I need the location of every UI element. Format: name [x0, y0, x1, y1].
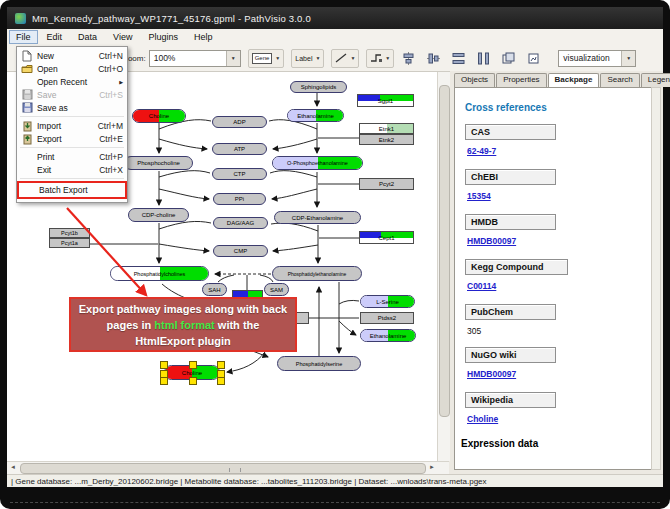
file-menu-item-open[interactable]: OpenCtrl+O — [17, 62, 127, 75]
file-menu-item-exit[interactable]: ExitCtrl+X — [17, 163, 127, 176]
node-choline-top[interactable]: Choline — [132, 109, 186, 123]
node-sphingolipids[interactable]: Sphingolipids — [290, 81, 347, 93]
node-pcyt1b[interactable]: Pcyt1b — [49, 228, 90, 238]
selection-handle[interactable] — [160, 377, 168, 385]
node-dag-aag[interactable]: DAG/AAG — [213, 217, 268, 229]
node-pcyt1a[interactable]: Pcyt1a — [49, 238, 90, 248]
app-icon — [15, 13, 26, 24]
xref-link[interactable]: 62-49-7 — [467, 146, 496, 156]
node-etnk2[interactable]: Etnk2 — [359, 134, 414, 145]
line-tool-button[interactable]: ▼ — [331, 49, 359, 68]
node-ethanolamine-top[interactable]: Ethanolamine — [287, 109, 344, 122]
menubar-item-data[interactable]: Data — [71, 30, 104, 44]
node-ethanolamine-bottom[interactable]: Ethanolamine — [360, 329, 416, 342]
label-tool-icon: Label — [295, 55, 312, 62]
node-ppi[interactable]: PPi — [213, 193, 266, 205]
node-cdp-ethanolamine[interactable]: CDP-Ethanolamine — [274, 211, 361, 224]
xref-link[interactable]: HMDB00097 — [467, 236, 516, 246]
node-etnk1[interactable]: Etnk1 — [359, 123, 414, 134]
selection-handle[interactable] — [160, 361, 168, 369]
tab-legend[interactable]: Legend — [641, 73, 670, 87]
node-cdp-choline[interactable]: CDP-choline — [128, 208, 189, 222]
selection-handle[interactable] — [217, 361, 225, 369]
common-size-button[interactable] — [497, 49, 519, 68]
submenu-arrow-icon: ▶ — [119, 79, 123, 85]
menubar-item-edit[interactable]: Edit — [40, 30, 70, 44]
file-menu-item-save[interactable]: SaveCtrl+S — [17, 88, 127, 101]
node-label: Etnk1 — [360, 124, 413, 133]
node-cept1[interactable]: Cept1 — [359, 231, 414, 244]
panel-scrollbar[interactable] — [651, 87, 661, 470]
xref-link[interactable]: HMDB00097 — [467, 369, 516, 379]
node-sgpl1[interactable]: Sgpl1 — [357, 94, 414, 107]
node-cmp[interactable]: CMP — [213, 245, 268, 257]
file-menu-item-new[interactable]: NewCtrl+N — [17, 49, 127, 62]
menubar-item-help[interactable]: Help — [187, 30, 220, 44]
align-center-y-button[interactable] — [422, 49, 444, 68]
visualization-combobox[interactable]: visualization ▼ — [558, 50, 636, 67]
file-menu-item-import[interactable]: ImportCtrl+M — [17, 119, 127, 132]
align-center-x-icon — [402, 52, 415, 65]
node-phosphocholine[interactable]: Phosphocholine — [124, 156, 193, 170]
node-pcyt2[interactable]: Pcyt2 — [359, 178, 414, 190]
tab-backpage[interactable]: Backpage — [548, 73, 600, 87]
xref-section-chebi: ChEBI15354 — [465, 169, 652, 203]
xref-link[interactable]: Choline — [467, 414, 498, 424]
node-label: Sgpl1 — [358, 95, 413, 106]
xref-source-name: NuGO wiki — [465, 347, 556, 363]
connector-tool-button[interactable]: ▼ — [366, 49, 394, 68]
zoom-combobox[interactable]: 100% ▼ — [149, 50, 241, 67]
node-atp[interactable]: ATP — [212, 143, 267, 155]
tab-objects[interactable]: Objects — [454, 73, 495, 87]
file-menu-item-print[interactable]: PrintCtrl+P — [17, 150, 127, 163]
distribute-columns-button[interactable] — [472, 49, 494, 68]
node-label: CDP-choline — [129, 209, 188, 221]
file-menu-item-batch-export[interactable]: Batch Export — [17, 181, 127, 199]
tab-search[interactable]: Search — [600, 73, 639, 87]
align-center-x-button[interactable] — [397, 49, 419, 68]
node-label: Phosphatidylethanolamine — [273, 267, 361, 280]
xref-link[interactable]: 15354 — [467, 191, 491, 201]
file-menu-item-export[interactable]: ExportCtrl+E — [17, 132, 127, 145]
node-ctp[interactable]: CTP — [212, 168, 267, 180]
node-o-phosphoethanolamine[interactable]: O-Phosphoethanolamine — [272, 156, 363, 170]
xref-source-name: HMDB — [465, 214, 556, 230]
align-center-y-icon — [427, 52, 440, 65]
callout-line1: Export pathway images along with back — [79, 303, 287, 315]
export-image-button[interactable] — [522, 49, 544, 68]
node-sah[interactable]: SAH — [202, 283, 227, 296]
file-menu-item-open-recent[interactable]: Open Recent▶ — [17, 75, 127, 88]
chevron-down-icon: ▼ — [385, 55, 390, 61]
selection-handle[interactable] — [189, 377, 197, 385]
menu-item-label: New — [37, 51, 54, 61]
chevron-down-icon: ▼ — [275, 55, 280, 61]
distribute-rows-button[interactable] — [447, 49, 469, 68]
open-folder-icon — [20, 64, 34, 74]
selection-handle[interactable] — [189, 361, 197, 369]
node-sam[interactable]: SAM — [264, 283, 289, 296]
node-phosphatidylcholines[interactable]: Phosphatidylcholines — [110, 266, 209, 281]
title-bar: Mm_Kennedy_pathway_WP1771_45176.gpml - P… — [7, 7, 663, 29]
node-adp[interactable]: ADP — [212, 116, 267, 128]
chevron-down-icon[interactable]: ▼ — [621, 51, 635, 66]
menubar-item-view[interactable]: View — [106, 30, 139, 44]
selection-handle[interactable] — [217, 377, 225, 385]
file-menu-item-save-as[interactable]: Save as — [17, 101, 127, 114]
label-tool-button[interactable]: Label ▼ — [291, 49, 324, 68]
chevron-down-icon[interactable]: ▼ — [226, 51, 240, 66]
menubar-item-file[interactable]: File — [9, 30, 38, 44]
tab-properties[interactable]: Properties — [496, 73, 546, 87]
node-phosphatidylethanolamine[interactable]: Phosphatidylethanolamine — [272, 266, 362, 281]
common-size-icon — [502, 52, 515, 65]
datanode-gene-button[interactable]: Gene ▼ — [248, 49, 285, 68]
status-text: | Gene database: ...m_Derby_20120602.bri… — [11, 477, 487, 486]
node-ptdss2[interactable]: Ptdss2 — [360, 312, 414, 324]
menubar-item-plugins[interactable]: Plugins — [141, 30, 185, 44]
xref-link[interactable]: C00114 — [467, 281, 496, 291]
export-image-icon — [527, 52, 540, 65]
node-l-serine[interactable]: L-Serine — [360, 295, 415, 308]
menu-item-shortcut: Ctrl+E — [99, 134, 123, 144]
node-phosphatidylserine[interactable]: Phosphatidylserine — [277, 356, 361, 371]
node-label: Pcyt1a — [50, 239, 89, 247]
save-as-icon — [20, 102, 34, 113]
